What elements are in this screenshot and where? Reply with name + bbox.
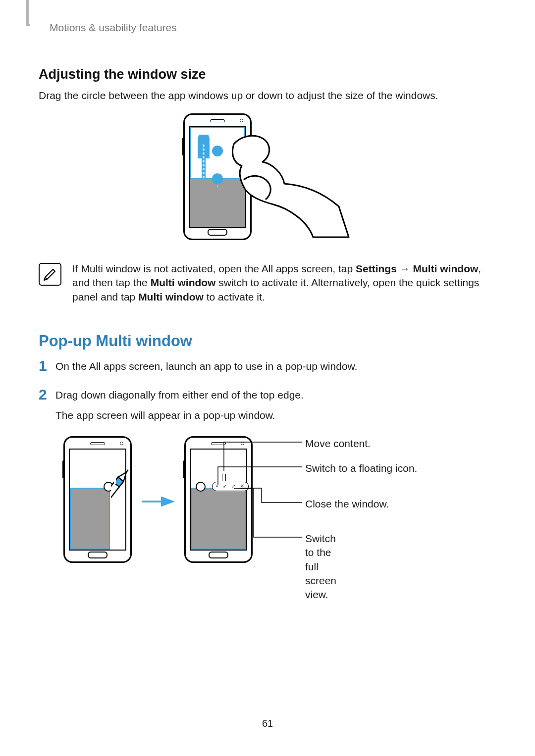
svg-line-4 <box>126 470 128 472</box>
s-pen-icon <box>111 467 175 561</box>
callout-full-screen: Switch to the full screen view. <box>305 532 336 602</box>
svg-rect-2 <box>111 477 123 540</box>
figure-adjust-window-size: ˄ ˅ ˄ ˅ <box>39 110 496 249</box>
figure-popup-multi-window: ▪ ⤢ ⤢ ✕ Move content. Switch to a floati… <box>63 436 496 580</box>
step-number: 1 <box>39 357 55 374</box>
note-icon <box>39 263 61 286</box>
step-number: 2 <box>39 386 55 403</box>
callout-floating-icon: Switch to a floating icon. <box>305 461 417 475</box>
heading-popup-multi-window: Pop-up Multi window <box>39 331 496 352</box>
callout-move-content: Move content. <box>305 437 371 451</box>
body-adjust-window-size: Drag the circle between the app windows … <box>39 89 496 102</box>
step-1: 1 On the All apps screen, launch an app … <box>39 359 496 379</box>
step-text: The app screen will appear in a pop-up w… <box>55 408 496 422</box>
drag-up-arrow-icon <box>198 135 210 180</box>
hand-gesture-icon <box>214 114 353 243</box>
step-text: On the All apps screen, launch an app to… <box>55 359 496 373</box>
step-2: 2 Drag down diagonally from either end o… <box>39 388 496 428</box>
page-number: 61 <box>0 717 535 730</box>
heading-adjust-window-size: Adjusting the window size <box>39 65 496 83</box>
note-text: If Multi window is not activated, open t… <box>72 262 496 304</box>
note-box: If Multi window is not activated, open t… <box>39 262 496 304</box>
breadcrumb: Motions & usability features <box>50 21 496 35</box>
callout-close-window: Close the window. <box>305 497 389 511</box>
step-text: Drag down diagonally from either end of … <box>55 388 496 402</box>
page-corner-mark <box>26 0 29 26</box>
